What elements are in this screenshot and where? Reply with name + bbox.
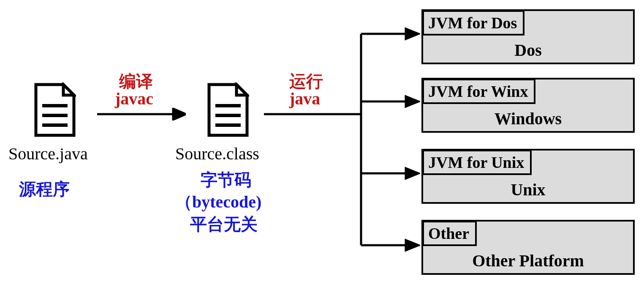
bytecode-filename: Source.class bbox=[175, 144, 259, 164]
platform-box-windows: JVM for Winx Windows bbox=[421, 78, 635, 133]
source-filename: Source.java bbox=[8, 144, 88, 164]
svg-marker-11 bbox=[406, 29, 418, 39]
svg-marker-13 bbox=[406, 96, 418, 107]
jvm-label: JVM for Dos bbox=[422, 10, 524, 36]
compile-command: javac bbox=[115, 89, 153, 109]
jvm-label: Other bbox=[422, 221, 477, 246]
compile-arrow-icon bbox=[97, 108, 186, 120]
svg-marker-4 bbox=[173, 109, 186, 120]
source-caption: 源程序 bbox=[19, 178, 70, 201]
os-label: Windows bbox=[423, 109, 633, 129]
jvm-label: JVM for Unix bbox=[422, 150, 532, 175]
bytecode-file-icon bbox=[207, 82, 249, 137]
platform-box-other: Other Other Platform bbox=[421, 220, 635, 275]
bytecode-caption-1: 字节码 bbox=[201, 168, 251, 192]
os-label: Other Platform bbox=[423, 251, 633, 271]
source-file-icon bbox=[34, 82, 76, 137]
bytecode-caption-2: （bytecode) bbox=[175, 190, 261, 214]
platform-box-dos: JVM for Dos Dos bbox=[421, 9, 635, 64]
jvm-label: JVM for Winx bbox=[422, 79, 535, 104]
os-label: Unix bbox=[423, 180, 633, 200]
bytecode-caption-3: 平台无关 bbox=[190, 213, 258, 236]
svg-marker-15 bbox=[406, 168, 418, 178]
svg-marker-17 bbox=[406, 240, 418, 250]
fanout-arrows-icon bbox=[264, 17, 420, 254]
os-label: Dos bbox=[423, 40, 633, 60]
platform-box-unix: JVM for Unix Unix bbox=[421, 149, 635, 204]
java-compilation-diagram: Source.java 源程序 编译 javac Source.class 字节… bbox=[0, 0, 644, 282]
